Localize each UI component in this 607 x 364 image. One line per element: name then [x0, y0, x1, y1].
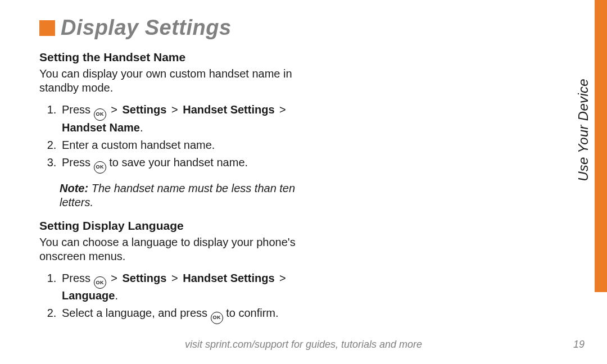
breadcrumb-separator: > — [275, 103, 288, 116]
page-title: Display Settings — [61, 16, 232, 40]
step-text: Press — [62, 103, 94, 116]
step-text: to save your handset name. — [106, 156, 248, 169]
step-text: Select a language, and press — [62, 307, 211, 319]
path-language: Language — [62, 289, 115, 302]
path-settings: Settings — [122, 103, 166, 116]
step-text: . — [140, 121, 143, 134]
section1-steps: Press OK > Settings > Handset Settings >… — [39, 103, 326, 173]
breadcrumb-separator: > — [275, 272, 288, 284]
section-heading-handset-name: Setting the Handset Name — [39, 50, 326, 65]
ok-button-icon: OK — [94, 108, 106, 121]
section2-steps: Press OK > Settings > Handset Settings >… — [39, 271, 326, 324]
ok-button-icon: OK — [211, 312, 223, 324]
path-handset-settings: Handset Settings — [183, 272, 274, 284]
body-column: Setting the Handset Name You can display… — [39, 50, 326, 324]
manual-page: Display Settings Setting the Handset Nam… — [0, 0, 607, 364]
title-accent-block — [39, 20, 55, 36]
step-text: Press — [62, 272, 94, 284]
step-text: to confirm. — [223, 307, 279, 319]
ok-button-icon: OK — [94, 276, 106, 289]
note-text: The handset name must be less than ten l… — [60, 182, 295, 208]
note-label: Note: — [60, 182, 88, 194]
path-settings: Settings — [122, 272, 166, 284]
footer-text: visit sprint.com/support for guides, tut… — [0, 339, 607, 351]
section-heading-display-language: Setting Display Language — [39, 219, 326, 233]
section1-step3: Press OK to save your handset name. — [60, 156, 326, 174]
section2-step2: Select a language, and press OK to confi… — [60, 306, 326, 324]
side-tab-label: Use Your Device — [576, 79, 591, 181]
section1-step1: Press OK > Settings > Handset Settings >… — [60, 103, 326, 135]
breadcrumb-separator: > — [166, 103, 183, 116]
section1-intro: You can display your own custom handset … — [39, 67, 326, 95]
step-text: . — [115, 289, 118, 302]
section1-note: Note: The handset name must be less than… — [60, 181, 326, 210]
breadcrumb-separator: > — [166, 272, 183, 284]
breadcrumb-separator: > — [106, 103, 123, 116]
page-number: 19 — [573, 339, 585, 351]
section2-intro: You can choose a language to display you… — [39, 235, 326, 263]
step-text: Press — [62, 156, 94, 169]
section2-step1: Press OK > Settings > Handset Settings >… — [60, 271, 326, 303]
side-accent-strip — [595, 0, 607, 292]
section1-step2: Enter a custom handset name. — [60, 138, 326, 152]
title-row: Display Settings — [39, 16, 568, 40]
path-handset-settings: Handset Settings — [183, 103, 274, 116]
path-handset-name: Handset Name — [62, 121, 140, 134]
ok-button-icon: OK — [94, 161, 106, 174]
breadcrumb-separator: > — [106, 272, 123, 284]
